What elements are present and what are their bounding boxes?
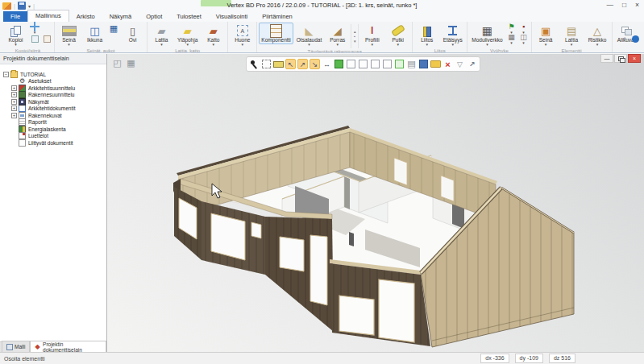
bottom-tab-projektin-dokumenttiselain[interactable]: ◆Projektin dokumenttiselain [30,341,106,352]
building-model [107,64,644,352]
expander-plus-icon[interactable]: + [11,92,17,97]
ribbon-button-paste-sm[interactable] [41,34,52,43]
expander-plus-icon[interactable]: + [11,113,17,118]
coord-dx: dx -336 [480,354,509,363]
pipe-icon [391,24,405,37]
ribbon-button-zone-window[interactable]: ◫ [518,34,530,43]
tree-item-tutorial[interactable]: −TUTORIAL [0,71,106,78]
expander-plus-icon[interactable]: + [11,85,17,91]
expander-plus-icon[interactable]: + [11,99,17,105]
tree-item-label: Raportit [28,119,47,125]
tab-optiot[interactable]: Optiot [139,11,169,22]
ribbon: KopioiKopioi/siirräSeinä◫Ikkuna▦▯OviSein… [0,22,644,53]
coord-dz: dz 516 [549,354,575,363]
tab-mallinnus[interactable]: Mallinnus [27,10,69,22]
ribbon-button-profiili[interactable]: IProfiili [359,23,384,48]
mdi-close-button[interactable]: × [628,54,641,63]
roof-icon: ▰ [210,26,218,36]
mdi-window-controls: —× [600,54,641,63]
ribbon-button-katto[interactable]: ▰Katto [201,23,226,48]
ribbon-help-zone: ^ [623,35,639,43]
ribbon-button-lattia[interactable]: ▤Lattia [559,23,584,48]
ribbon-button-copy-sm[interactable] [29,34,40,43]
dropdown-caret-icon [545,43,547,46]
tab-tulosteet[interactable]: Tulosteet [169,11,209,22]
ribbon-button-sein[interactable]: Seinä [56,23,81,48]
folder-icon [10,71,18,78]
copy-sm-icon [31,35,39,43]
ribbon-button-putki[interactable]: Putki [385,23,410,48]
paste-sm-icon [44,35,51,43]
ribbon-button-et-isyys[interactable]: Etäisyys [440,23,465,48]
ribbon-button-move[interactable] [29,23,40,33]
tree-item-arkkitehtidokumentit[interactable]: +Arkkitehtidokumentit [0,105,106,113]
ribbon-group-label: Täydentävä rakennusosa [259,48,410,53]
ribbon-button-yl-pohja[interactable]: ▰Yläpohja [175,23,200,48]
mdi-restore-button[interactable] [614,54,627,63]
tree-item-energialaskenta[interactable]: Energialaskenta [0,126,106,133]
window-opening [441,176,454,201]
tab-file[interactable]: File [3,11,27,22]
expander-plus-icon[interactable]: + [11,105,17,111]
dropdown-caret-icon [426,43,428,46]
ribbon-button-detaljit[interactable]: Detaljit [640,23,644,44]
ribbon-button-ikkuna[interactable]: ◫Ikkuna [82,23,107,44]
window-grid-icon: ▦ [110,23,118,34]
ribbon-button-liitos[interactable]: Liitos [414,23,439,48]
tree-item-rakennekuvat[interactable]: +Rakennekuvat [0,112,106,119]
dropdown-caret-icon [571,43,573,46]
ribbon-button-komponentti[interactable]: Komponentti [259,23,293,44]
panel-bottom-tabs: Malli◆Projektin dokumenttiselain [0,341,106,352]
tree-item-liittyv-t-dokumentit[interactable]: Liittyvät dokumentit [0,139,106,147]
mdi-minimize-button[interactable]: — [600,54,613,63]
tree-item-rakennesuunnittelu[interactable]: +Rakennesuunnittelu [0,92,106,99]
profile-icon: I [371,26,373,36]
tree-item-arkkitehtisuunnittelu[interactable]: +Arkkitehtisuunnittelu [0,85,106,92]
tab-arkisto[interactable]: Arkisto [69,11,102,22]
ribbon-button-window-grid[interactable]: ▦ [108,23,119,33]
modgrid-icon: ▦ [482,26,492,36]
tree-item-raportit[interactable]: Raportit [0,119,106,126]
tree-item-n-kym-t[interactable]: +Näkymät [0,98,106,105]
slab-icon: ▰ [158,26,166,36]
ribbon-tab-bar: FileMallinnusArkistoNäkymäOptiotTulostee… [0,11,644,22]
ribbon-group-label: Piirtäminen [614,48,644,53]
collapse-ribbon-icon[interactable]: ^ [623,36,626,43]
close-button[interactable]: × [635,1,639,9]
copy-icon [10,26,21,36]
expander-minus-icon[interactable]: − [3,72,9,77]
gallery-scroll[interactable]: ▴▪▾ [351,24,359,48]
tab-n-kym[interactable]: Näkymä [102,11,139,22]
ribbon-button-porras[interactable]: ◢Porras [325,23,350,48]
coord-dy: dy -109 [515,354,543,363]
dropdown-caret-icon [68,43,70,46]
tree-item-luettelot[interactable]: Luettelot [0,133,106,140]
tab-visualisointi[interactable]: Visualisointi [209,11,255,22]
ribbon-button-huone[interactable]: Huone [230,23,255,48]
distance-icon [448,26,457,35]
help-icon[interactable] [632,35,639,43]
ribbon-group-liitos: LiitosEtäisyysLiitos [413,22,467,52]
dropdown-caret-icon [160,43,163,46]
minimize-button[interactable]: — [606,1,613,9]
ribbon-button-ristikko[interactable]: △Ristikko [585,23,610,48]
tab-label: Malli [15,344,25,350]
ribbon-button-ovi[interactable]: ▯Ovi [120,23,145,44]
ribbon-button-zone-grid[interactable]: ▦ [506,34,517,43]
maximize-button[interactable]: □ [622,1,626,9]
views-icon [19,98,26,105]
dropdown-caret-icon [522,41,525,44]
ribbon-button-moduliverkko[interactable]: ▦Moduliverkko [469,23,505,48]
bottom-tab-malli[interactable]: Malli [2,341,30,352]
wall-icon [62,26,77,36]
ribbon-button-kopioi[interactable]: Kopioi [3,23,28,48]
tree-item-asetukset[interactable]: ⚙Asetukset [0,78,106,85]
button-label: Komponentti [261,37,291,43]
viewport-3d[interactable]: ◰▦ ↖↗↘↔▤×▽↗ —× [107,54,644,352]
dropdown-caret-icon [242,43,244,46]
ribbon-button-otsalaudat[interactable]: ◣Otsalaudat [294,23,324,48]
ribbon-button-sein[interactable]: ▣Seinä [534,23,559,48]
ribbon-group-sein-t-aukot: Seinä◫Ikkuna▦▯OviSeinät, aukot [55,22,147,52]
tab-piirt-minen[interactable]: Piirtäminen [255,11,300,22]
ribbon-button-lattia[interactable]: ▰Lattia [149,23,174,48]
